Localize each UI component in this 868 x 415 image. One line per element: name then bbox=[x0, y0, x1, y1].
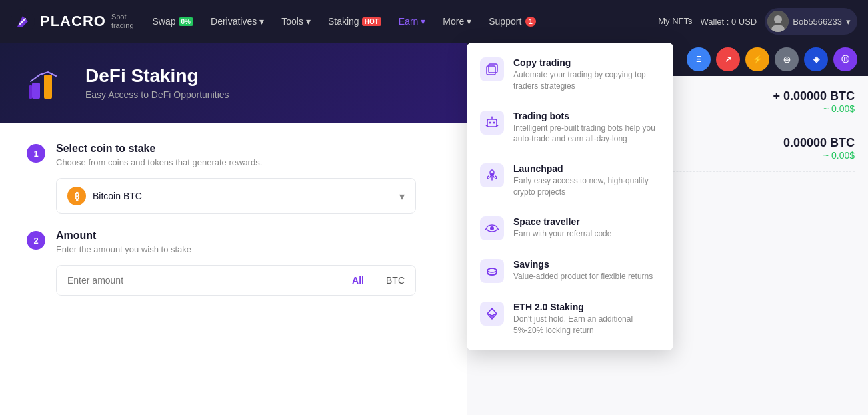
menu-item-copy-trading[interactable]: Copy trading Automate your trading by co… bbox=[467, 48, 673, 101]
support-badge: 1 bbox=[525, 17, 536, 27]
nav-more[interactable]: More ▾ bbox=[435, 12, 479, 31]
savings-icon bbox=[480, 259, 504, 283]
step2-number: 2 bbox=[27, 231, 45, 250]
svg-rect-8 bbox=[489, 64, 497, 73]
svg-rect-9 bbox=[487, 119, 497, 127]
currency-label: BTC bbox=[375, 270, 415, 291]
step2-row: 2 Amount Enter the amount you wish to st… bbox=[27, 230, 440, 296]
user-menu-button[interactable]: Bob5566233 ▾ bbox=[765, 8, 857, 35]
trading-bots-desc: Intelligent pre-built trading bots help … bbox=[513, 123, 660, 145]
avatar bbox=[767, 11, 789, 32]
svg-rect-7 bbox=[487, 66, 495, 75]
menu-item-launchpad[interactable]: Launchpad Early easy access to new, high… bbox=[467, 154, 673, 207]
defi-title-wrap: DeFi Staking Easy Access to DeFi Opportu… bbox=[85, 65, 229, 100]
defi-subtitle: Easy Access to DeFi Opportunities bbox=[85, 89, 229, 100]
header-right: My NFTs Wallet : 0 USD Bob5566233 ▾ bbox=[658, 8, 857, 35]
nav-tools[interactable]: Tools ▾ bbox=[273, 12, 319, 31]
menu-item-space-traveller[interactable]: Space traveller Earn with your referral … bbox=[467, 207, 673, 250]
chevron-down-icon: ▾ bbox=[399, 190, 405, 203]
coin-chip-1[interactable]: Ξ bbox=[687, 47, 711, 71]
svg-point-10 bbox=[489, 121, 491, 123]
copy-trading-text: Copy trading Automate your trading by co… bbox=[513, 57, 660, 92]
step1-content: Select coin to stake Choose from coins a… bbox=[56, 143, 440, 214]
coin-chip-6[interactable]: Ⓑ bbox=[833, 47, 857, 71]
savings-text: Savings Value-added product for flexible… bbox=[513, 259, 653, 282]
logo[interactable]: PLACRO Spottrading bbox=[11, 9, 134, 33]
defi-icon bbox=[27, 61, 69, 104]
svg-point-22 bbox=[487, 268, 497, 272]
savings-title: Savings bbox=[513, 259, 653, 270]
coin-chip-4[interactable]: ◎ bbox=[775, 47, 799, 71]
spot-trading-label: Spottrading bbox=[111, 13, 134, 30]
space-traveller-text: Space traveller Earn with your referral … bbox=[513, 216, 611, 240]
coin-chip-3[interactable]: ⚡ bbox=[745, 47, 769, 71]
menu-item-eth-staking[interactable]: ETH 2.0 Staking Don't just hold. Earn an… bbox=[467, 292, 673, 346]
launchpad-text: Launchpad Early easy access to new, high… bbox=[513, 163, 660, 198]
trading-bots-title: Trading bots bbox=[513, 111, 660, 121]
step1-desc: Choose from coins and tokens that genera… bbox=[56, 157, 440, 167]
wallet-info[interactable]: Wallet : 0 USD bbox=[700, 17, 757, 27]
coin-label: Bitcoin BTC bbox=[93, 191, 393, 201]
coin-chip-5[interactable]: ◈ bbox=[804, 47, 828, 71]
nav-staking[interactable]: Staking HOT bbox=[320, 12, 389, 31]
space-traveller-title: Space traveller bbox=[513, 216, 611, 227]
eth-staking-text: ETH 2.0 Staking Don't just hold. Earn an… bbox=[513, 302, 660, 336]
launchpad-desc: Early easy access to new, high-quality c… bbox=[513, 175, 660, 198]
chevron-down-icon: ▾ bbox=[306, 16, 311, 27]
step2-content: Amount Enter the amount you wish to stak… bbox=[56, 230, 440, 296]
copy-trading-title: Copy trading bbox=[513, 57, 660, 68]
trading-bots-text: Trading bots Intelligent pre-built tradi… bbox=[513, 111, 660, 145]
defi-banner: DeFi Staking Easy Access to DeFi Opportu… bbox=[0, 43, 467, 123]
svg-rect-4 bbox=[32, 83, 40, 99]
step2-desc: Enter the amount you wish to stake bbox=[56, 244, 440, 254]
savings-desc: Value-added product for flexible returns bbox=[513, 271, 653, 282]
username: Bob5566233 bbox=[793, 17, 842, 27]
swap-badge: 0% bbox=[179, 17, 193, 26]
svg-rect-6 bbox=[29, 85, 32, 99]
coin-chip-2[interactable]: ↗ bbox=[716, 47, 740, 71]
chevron-down-icon: ▾ bbox=[259, 16, 264, 27]
nav-earn[interactable]: Earn ▾ bbox=[391, 12, 434, 31]
nav-swap[interactable]: Swap 0% bbox=[145, 12, 201, 31]
chevron-down-icon: ▾ bbox=[846, 17, 851, 27]
amount-input-wrap: All BTC bbox=[56, 265, 416, 296]
hot-badge: HOT bbox=[362, 17, 381, 26]
space-traveller-desc: Earn with your referral code bbox=[513, 228, 611, 240]
svg-point-2 bbox=[774, 15, 782, 23]
step2-title: Amount bbox=[56, 230, 440, 242]
menu-item-trading-bots[interactable]: Trading bots Intelligent pre-built tradi… bbox=[467, 101, 673, 155]
trading-bots-icon bbox=[480, 111, 504, 135]
eth-staking-icon bbox=[480, 302, 504, 326]
staking-form: 1 Select coin to stake Choose from coins… bbox=[0, 123, 467, 415]
launchpad-title: Launchpad bbox=[513, 163, 660, 174]
logo-text: PLACRO bbox=[40, 13, 106, 30]
coin-select-dropdown[interactable]: ₿ Bitcoin BTC ▾ bbox=[56, 178, 416, 214]
logo-icon bbox=[11, 9, 35, 33]
all-button[interactable]: All bbox=[341, 270, 375, 291]
more-dropdown-menu: Copy trading Automate your trading by co… bbox=[467, 43, 673, 350]
chevron-down-icon: ▾ bbox=[421, 16, 425, 27]
space-traveller-icon bbox=[480, 216, 504, 240]
svg-point-13 bbox=[491, 116, 493, 117]
svg-point-18 bbox=[490, 226, 494, 230]
svg-rect-5 bbox=[44, 75, 52, 99]
menu-item-savings[interactable]: Savings Value-added product for flexible… bbox=[467, 250, 673, 292]
defi-title: DeFi Staking bbox=[85, 65, 229, 87]
left-panel: DeFi Staking Easy Access to DeFi Opportu… bbox=[0, 43, 467, 415]
my-nfts-button[interactable]: My NFTs bbox=[658, 16, 692, 27]
step1-number: 1 bbox=[27, 144, 45, 163]
main-nav: Swap 0% Derivatives ▾ Tools ▾ Staking HO… bbox=[145, 12, 544, 31]
step1-title: Select coin to stake bbox=[56, 143, 440, 155]
eth-staking-desc: Don't just hold. Earn an additional 5%-2… bbox=[513, 314, 660, 336]
chevron-down-icon: ▾ bbox=[467, 16, 471, 27]
nav-derivatives[interactable]: Derivatives ▾ bbox=[203, 12, 272, 31]
page-body: DeFi Staking Easy Access to DeFi Opportu… bbox=[0, 43, 868, 415]
copy-trading-desc: Automate your trading by copying top tra… bbox=[513, 69, 660, 92]
main-header: PLACRO Spottrading Swap 0% Derivatives ▾… bbox=[0, 0, 868, 43]
amount-input[interactable] bbox=[57, 266, 341, 295]
svg-point-11 bbox=[493, 121, 495, 123]
copy-trading-icon bbox=[480, 57, 504, 81]
nav-support[interactable]: Support 1 bbox=[481, 12, 544, 31]
btc-icon: ₿ bbox=[67, 187, 86, 205]
eth-staking-title: ETH 2.0 Staking bbox=[513, 302, 660, 312]
